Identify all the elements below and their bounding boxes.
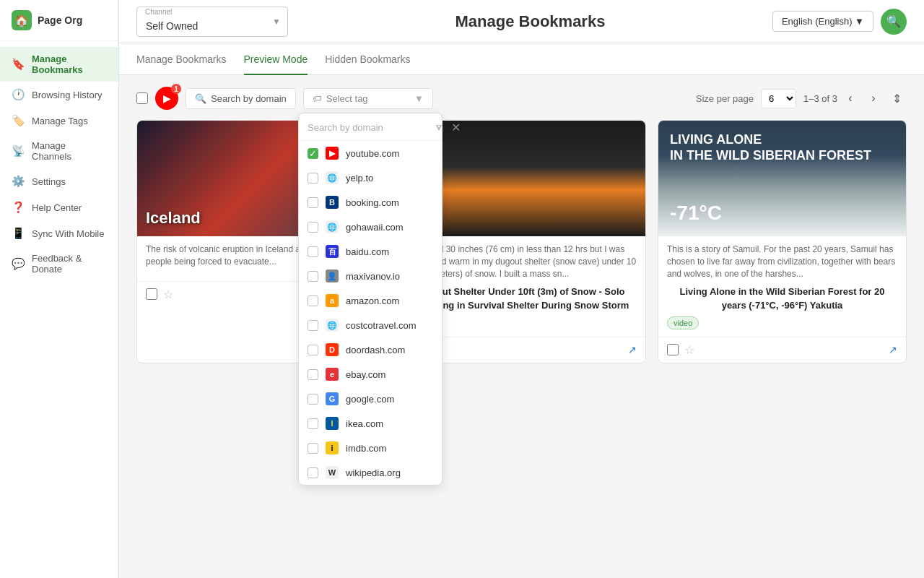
domain-item-youtube[interactable]: ✓ ▶ youtube.com	[299, 141, 442, 165]
domain-list: ✓ ▶ youtube.com 🌐 yelp.to B booking.com …	[299, 141, 442, 485]
sidebar-label-feedback: Feedback & Donate	[32, 253, 107, 275]
domain-item-baidu[interactable]: 百 baidu.com	[299, 239, 442, 264]
card-external-link-2[interactable]: ↗	[628, 344, 637, 355]
domain-logo-baidu: 百	[326, 245, 339, 258]
domain-checkbox-imdb[interactable]	[308, 443, 318, 454]
domain-item-amazon[interactable]: a amazon.com	[299, 288, 442, 313]
domain-logo-amazon: a	[326, 294, 339, 307]
tag-select-dropdown[interactable]: 🏷 Select tag ▼	[303, 88, 433, 109]
domain-logo-ebay: e	[326, 368, 339, 381]
tag-select-label: Select tag	[326, 93, 368, 104]
domain-name-booking: booking.com	[346, 197, 399, 208]
sidebar-item-help-center[interactable]: ❓Help Center	[0, 194, 118, 220]
bookmark-card-3: LIVING ALONEIN THE WILD SIBERIAN FOREST …	[658, 120, 907, 363]
sidebar-label-manage-bookmarks: Manage Bookmarks	[32, 53, 107, 75]
domain-item-ikea[interactable]: I ikea.com	[299, 411, 442, 436]
sidebar-item-manage-bookmarks[interactable]: 🔖Manage Bookmarks	[0, 47, 118, 82]
tab-preview[interactable]: Preview Mode	[244, 43, 308, 75]
sidebar-icon-manage-bookmarks: 🔖	[12, 58, 25, 71]
domain-search-input[interactable]	[308, 122, 429, 133]
card-checkbox-3[interactable]	[667, 344, 679, 355]
forest-temp-text: -71°C	[670, 202, 722, 225]
domain-checkbox-gohawaii[interactable]	[308, 222, 318, 233]
domain-name-gohawaii: gohawaii.com	[346, 222, 404, 233]
domain-logo-google: G	[326, 392, 339, 405]
domain-checkbox-youtube[interactable]: ✓	[308, 148, 318, 159]
domain-checkbox-doordash[interactable]	[308, 345, 318, 355]
domain-item-ebay[interactable]: e ebay.com	[299, 362, 442, 387]
domain-logo-gohawaii: 🌐	[326, 220, 339, 233]
content-area: ▶ 1 🔍 Search by domain 🏷 Select tag ▼ Si…	[119, 75, 924, 578]
domain-name-youtube: youtube.com	[346, 148, 399, 159]
sidebar-label-browsing-history: Browsing History	[32, 90, 103, 100]
domain-checkbox-amazon[interactable]	[308, 296, 318, 306]
card-image-3: LIVING ALONEIN THE WILD SIBERIAN FOREST …	[658, 121, 906, 236]
domain-item-yelp[interactable]: 🌐 yelp.to	[299, 165, 442, 190]
domain-item-imdb[interactable]: i imdb.com	[299, 436, 442, 460]
sidebar-label-manage-channels: Manage Channels	[32, 140, 107, 162]
prev-page-button[interactable]: ‹	[840, 88, 860, 108]
card-description-3: This is a story of Samuil. For the past …	[667, 243, 897, 280]
card-external-link-3[interactable]: ↗	[889, 344, 897, 355]
sidebar-icon-help-center: ❓	[12, 201, 25, 214]
domain-logo-costco: 🌐	[326, 319, 339, 332]
card-body-3: This is a story of Samuil. For the past …	[658, 236, 906, 337]
domain-name-ikea: ikea.com	[346, 418, 383, 429]
expand-pages-button[interactable]: ⇕	[886, 88, 907, 108]
domain-item-google[interactable]: G google.com	[299, 387, 442, 411]
domain-dropdown-header: ⛛ ✕	[299, 113, 442, 141]
tab-hidden[interactable]: Hidden Bookmarks	[325, 43, 410, 75]
domain-checkbox-booking[interactable]	[308, 197, 318, 208]
sidebar-item-browsing-history[interactable]: 🕐Browsing History	[0, 82, 118, 108]
domain-logo-wikipedia: W	[326, 466, 339, 479]
domain-checkbox-baidu[interactable]	[308, 246, 318, 257]
domain-checkbox-ebay[interactable]	[308, 369, 318, 380]
channel-label: Channel	[145, 8, 172, 16]
domain-item-wikipedia[interactable]: W wikipedia.org	[299, 460, 442, 485]
domain-name-maxivanov: maxivanov.io	[346, 271, 400, 282]
size-per-page-label: Size per page	[696, 93, 754, 104]
domain-item-doordash[interactable]: D doordash.com	[299, 337, 442, 362]
tab-manage[interactable]: Manage Bookmarks	[136, 43, 227, 75]
domain-logo-booking: B	[326, 196, 339, 209]
domain-checkbox-wikipedia[interactable]	[308, 467, 318, 478]
domain-checkbox-costco[interactable]	[308, 320, 318, 331]
domain-checkbox-yelp[interactable]	[308, 173, 318, 184]
card-checkbox-1[interactable]	[146, 288, 157, 300]
domain-checkbox-google[interactable]	[308, 394, 318, 405]
header-right: English (English) ▼ 🔍	[772, 9, 907, 35]
domain-logo-ikea: I	[326, 417, 339, 430]
domain-checkbox-ikea[interactable]	[308, 418, 318, 429]
sidebar-item-settings[interactable]: ⚙️Settings	[0, 168, 118, 194]
sidebar-item-feedback[interactable]: 💬Feedback & Donate	[0, 246, 118, 281]
sidebar-icon-manage-tags: 🏷️	[12, 114, 25, 127]
domain-name-google: google.com	[346, 394, 394, 405]
domain-item-maxivanov[interactable]: 👤 maxivanov.io	[299, 264, 442, 288]
domain-name-costco: costcotravel.com	[346, 320, 417, 331]
card-star-3[interactable]: ☆	[684, 343, 694, 357]
select-all-checkbox[interactable]	[136, 92, 148, 104]
domain-item-costco[interactable]: 🌐 costcotravel.com	[299, 313, 442, 337]
card-star-1[interactable]: ☆	[163, 288, 173, 301]
domain-name-amazon: amazon.com	[346, 296, 399, 306]
domain-close-icon[interactable]: ✕	[451, 121, 461, 134]
domain-item-gohawaii[interactable]: 🌐 gohawaii.com	[299, 215, 442, 239]
search-button[interactable]: 🔍	[881, 9, 907, 35]
domain-filter-dropdown: ⛛ ✕ ✓ ▶ youtube.com 🌐 yelp.to B booking.…	[298, 113, 443, 486]
sidebar-item-sync-mobile[interactable]: 📱Sync With Mobile	[0, 220, 118, 246]
domain-item-booking[interactable]: B booking.com	[299, 190, 442, 215]
domain-name-yelp: yelp.to	[346, 173, 373, 184]
sidebar-label-manage-tags: Manage Tags	[32, 116, 88, 126]
header: Channel Self Owned Shared Public ▼ Manag…	[119, 0, 924, 43]
domain-name-ebay: ebay.com	[346, 369, 385, 380]
domain-filter-icon[interactable]: ⛛	[435, 122, 444, 133]
size-per-page-select[interactable]: 6 12 24	[761, 89, 796, 108]
sidebar-item-manage-channels[interactable]: 📡Manage Channels	[0, 134, 118, 168]
language-button[interactable]: English (English) ▼	[772, 11, 873, 32]
domain-logo-yelp: 🌐	[326, 171, 339, 184]
next-page-button[interactable]: ›	[863, 88, 884, 108]
sidebar-item-manage-tags[interactable]: 🏷️Manage Tags	[0, 108, 118, 134]
youtube-filter-badge[interactable]: ▶ 1	[155, 87, 178, 110]
domain-checkbox-maxivanov[interactable]	[308, 271, 318, 282]
search-domain-button[interactable]: 🔍 Search by domain	[186, 88, 296, 109]
